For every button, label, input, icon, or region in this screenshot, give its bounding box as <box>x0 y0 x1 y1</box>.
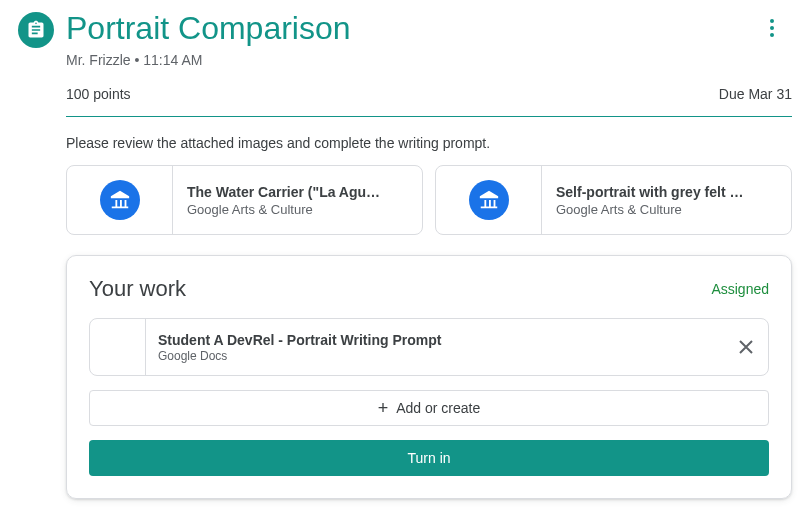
header-divider <box>66 116 792 117</box>
attachment-source: Google Arts & Culture <box>556 202 777 217</box>
work-file-item[interactable]: Student A DevRel - Portrait Writing Prom… <box>89 318 769 376</box>
svg-point-0 <box>770 19 774 23</box>
assignment-description: Please review the attached images and co… <box>66 135 792 151</box>
assignment-meta: Mr. Frizzle • 11:14 AM <box>66 52 792 68</box>
assignment-icon <box>18 12 54 48</box>
work-file-source: Google Docs <box>158 349 712 363</box>
svg-point-2 <box>770 33 774 37</box>
close-icon <box>738 339 754 355</box>
museum-icon <box>469 180 509 220</box>
plus-icon: + <box>378 398 389 419</box>
add-or-create-button[interactable]: + Add or create <box>89 390 769 426</box>
clipboard-icon <box>26 20 46 40</box>
assignment-status: Assigned <box>711 281 769 297</box>
attachment-thumbnail <box>436 166 542 234</box>
add-label: Add or create <box>396 400 480 416</box>
museum-icon <box>100 180 140 220</box>
more-options-button[interactable] <box>752 8 792 48</box>
points-label: 100 points <box>66 86 131 102</box>
attachment-card[interactable]: Self-portrait with grey felt … Google Ar… <box>435 165 792 235</box>
your-work-card: Your work Assigned Student A DevRel - Po… <box>66 255 792 499</box>
svg-point-1 <box>770 26 774 30</box>
post-time: 11:14 AM <box>143 52 202 68</box>
kebab-icon <box>770 19 774 37</box>
work-file-thumbnail <box>90 319 146 375</box>
turn-in-button[interactable]: Turn in <box>89 440 769 476</box>
assignment-title: Portrait Comparison <box>66 9 752 47</box>
attachment-source: Google Arts & Culture <box>187 202 408 217</box>
remove-file-button[interactable] <box>724 319 768 375</box>
due-date: Due Mar 31 <box>719 86 792 102</box>
work-file-title: Student A DevRel - Portrait Writing Prom… <box>158 332 712 348</box>
attachment-thumbnail <box>67 166 173 234</box>
attachment-card[interactable]: The Water Carrier ("La Agu… Google Arts … <box>66 165 423 235</box>
author-name: Mr. Frizzle <box>66 52 131 68</box>
attachment-title: The Water Carrier ("La Agu… <box>187 184 408 200</box>
your-work-heading: Your work <box>89 276 186 302</box>
attachment-title: Self-portrait with grey felt … <box>556 184 777 200</box>
